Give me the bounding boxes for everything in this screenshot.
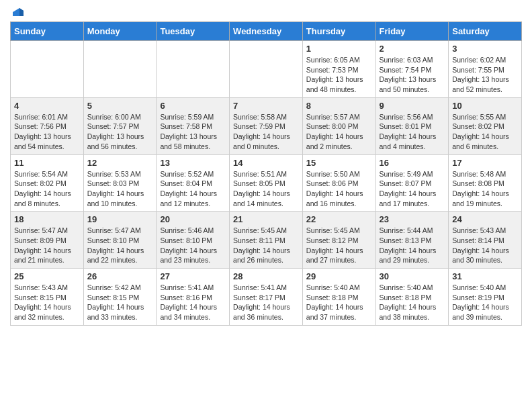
day-number: 7 [233, 101, 299, 111]
calendar-cell [11, 41, 84, 98]
calendar-cell: 23Sunrise: 5:44 AMSunset: 8:13 PMDayligh… [375, 212, 449, 269]
calendar-cell: 24Sunrise: 5:43 AMSunset: 8:14 PMDayligh… [449, 212, 522, 269]
day-number: 5 [87, 101, 153, 111]
calendar-week-1: 1Sunrise: 6:05 AMSunset: 7:53 PMDaylight… [11, 41, 522, 98]
day-number: 28 [233, 271, 299, 281]
day-info: Sunrise: 5:59 AMSunset: 7:58 PMDaylight:… [160, 112, 226, 152]
day-info: Sunrise: 5:43 AMSunset: 8:15 PMDaylight:… [14, 283, 80, 322]
day-info: Sunrise: 6:03 AMSunset: 7:54 PMDaylight:… [380, 55, 445, 95]
logo-icon [11, 7, 25, 17]
day-info: Sunrise: 5:44 AMSunset: 8:13 PMDaylight:… [380, 226, 445, 265]
col-header-friday: Friday [375, 22, 449, 41]
col-header-tuesday: Tuesday [157, 22, 230, 41]
day-number: 10 [452, 101, 518, 111]
calendar-cell: 19Sunrise: 5:47 AMSunset: 8:10 PMDayligh… [83, 212, 157, 269]
day-info: Sunrise: 5:41 AMSunset: 8:17 PMDaylight:… [233, 283, 299, 322]
day-number: 24 [452, 214, 518, 224]
calendar-cell: 7Sunrise: 5:58 AMSunset: 7:59 PMDaylight… [230, 97, 303, 154]
calendar-cell: 9Sunrise: 5:56 AMSunset: 8:01 PMDaylight… [375, 97, 449, 154]
day-info: Sunrise: 5:43 AMSunset: 8:14 PMDaylight:… [452, 226, 518, 265]
day-info: Sunrise: 5:40 AMSunset: 8:18 PMDaylight:… [380, 283, 445, 322]
day-info: Sunrise: 5:55 AMSunset: 8:02 PMDaylight:… [452, 112, 518, 152]
day-number: 15 [306, 158, 372, 168]
day-info: Sunrise: 5:45 AMSunset: 8:12 PMDaylight:… [306, 226, 372, 265]
calendar-cell: 26Sunrise: 5:42 AMSunset: 8:15 PMDayligh… [83, 269, 157, 326]
day-number: 30 [380, 271, 445, 281]
day-number: 18 [14, 214, 80, 224]
day-number: 1 [306, 44, 372, 54]
calendar-cell: 1Sunrise: 6:05 AMSunset: 7:53 PMDaylight… [302, 41, 375, 98]
day-number: 11 [14, 158, 80, 168]
day-info: Sunrise: 5:46 AMSunset: 8:10 PMDaylight:… [160, 226, 226, 265]
calendar-cell: 5Sunrise: 6:00 AMSunset: 7:57 PMDaylight… [83, 97, 157, 154]
day-number: 2 [380, 44, 445, 54]
calendar-cell: 21Sunrise: 5:45 AMSunset: 8:11 PMDayligh… [230, 212, 303, 269]
day-number: 19 [87, 214, 153, 224]
calendar-cell: 16Sunrise: 5:49 AMSunset: 8:07 PMDayligh… [375, 154, 449, 212]
day-number: 23 [380, 214, 445, 224]
day-number: 25 [14, 271, 80, 281]
calendar-cell [157, 41, 230, 98]
col-header-monday: Monday [83, 22, 157, 41]
day-info: Sunrise: 6:05 AMSunset: 7:53 PMDaylight:… [306, 55, 372, 95]
day-info: Sunrise: 5:49 AMSunset: 8:07 PMDaylight:… [380, 169, 445, 209]
col-header-wednesday: Wednesday [230, 22, 303, 41]
day-info: Sunrise: 5:53 AMSunset: 8:03 PMDaylight:… [87, 169, 153, 209]
day-info: Sunrise: 5:51 AMSunset: 8:05 PMDaylight:… [233, 169, 299, 209]
day-info: Sunrise: 5:47 AMSunset: 8:10 PMDaylight:… [87, 226, 153, 265]
day-number: 21 [233, 214, 299, 224]
day-number: 14 [233, 158, 299, 168]
day-number: 26 [87, 271, 153, 281]
col-header-sunday: Sunday [11, 22, 84, 41]
calendar-week-2: 4Sunrise: 6:01 AMSunset: 7:56 PMDaylight… [11, 97, 522, 154]
day-info: Sunrise: 5:50 AMSunset: 8:06 PMDaylight:… [306, 169, 372, 209]
svg-marker-1 [19, 8, 24, 16]
day-info: Sunrise: 5:58 AMSunset: 7:59 PMDaylight:… [233, 112, 299, 152]
calendar-cell: 30Sunrise: 5:40 AMSunset: 8:18 PMDayligh… [375, 269, 449, 326]
calendar-cell: 12Sunrise: 5:53 AMSunset: 8:03 PMDayligh… [83, 154, 157, 212]
day-info: Sunrise: 5:45 AMSunset: 8:11 PMDaylight:… [233, 226, 299, 265]
day-number: 27 [160, 271, 226, 281]
calendar-header-row: SundayMondayTuesdayWednesdayThursdayFrid… [11, 22, 522, 41]
day-info: Sunrise: 6:02 AMSunset: 7:55 PMDaylight:… [452, 55, 518, 95]
day-number: 3 [452, 44, 518, 54]
calendar-cell: 22Sunrise: 5:45 AMSunset: 8:12 PMDayligh… [302, 212, 375, 269]
calendar-cell: 6Sunrise: 5:59 AMSunset: 7:58 PMDaylight… [157, 97, 230, 154]
day-info: Sunrise: 5:54 AMSunset: 8:02 PMDaylight:… [14, 169, 80, 209]
calendar-cell: 31Sunrise: 5:40 AMSunset: 8:19 PMDayligh… [449, 269, 522, 326]
day-info: Sunrise: 5:48 AMSunset: 8:08 PMDaylight:… [452, 169, 518, 209]
page-header [10, 7, 522, 16]
calendar-cell: 17Sunrise: 5:48 AMSunset: 8:08 PMDayligh… [449, 154, 522, 212]
calendar-cell: 27Sunrise: 5:41 AMSunset: 8:16 PMDayligh… [157, 269, 230, 326]
day-number: 31 [452, 271, 518, 281]
day-number: 12 [87, 158, 153, 168]
calendar-cell: 3Sunrise: 6:02 AMSunset: 7:55 PMDaylight… [449, 41, 522, 98]
day-number: 22 [306, 214, 372, 224]
calendar-cell: 18Sunrise: 5:47 AMSunset: 8:09 PMDayligh… [11, 212, 84, 269]
col-header-thursday: Thursday [302, 22, 375, 41]
day-number: 4 [14, 101, 80, 111]
day-number: 9 [380, 101, 445, 111]
logo [10, 7, 25, 16]
day-number: 17 [452, 158, 518, 168]
day-info: Sunrise: 5:57 AMSunset: 8:00 PMDaylight:… [306, 112, 372, 152]
day-info: Sunrise: 5:56 AMSunset: 8:01 PMDaylight:… [380, 112, 445, 152]
calendar-table: SundayMondayTuesdayWednesdayThursdayFrid… [10, 21, 522, 326]
day-info: Sunrise: 5:41 AMSunset: 8:16 PMDaylight:… [160, 283, 226, 322]
day-number: 6 [160, 101, 226, 111]
calendar-cell: 28Sunrise: 5:41 AMSunset: 8:17 PMDayligh… [230, 269, 303, 326]
calendar-cell: 14Sunrise: 5:51 AMSunset: 8:05 PMDayligh… [230, 154, 303, 212]
day-info: Sunrise: 5:52 AMSunset: 8:04 PMDaylight:… [160, 169, 226, 209]
calendar-cell: 25Sunrise: 5:43 AMSunset: 8:15 PMDayligh… [11, 269, 84, 326]
calendar-week-4: 18Sunrise: 5:47 AMSunset: 8:09 PMDayligh… [11, 212, 522, 269]
calendar-cell: 13Sunrise: 5:52 AMSunset: 8:04 PMDayligh… [157, 154, 230, 212]
calendar-cell [230, 41, 303, 98]
day-info: Sunrise: 5:42 AMSunset: 8:15 PMDaylight:… [87, 283, 153, 322]
calendar-cell [83, 41, 157, 98]
calendar-cell: 8Sunrise: 5:57 AMSunset: 8:00 PMDaylight… [302, 97, 375, 154]
calendar-cell: 29Sunrise: 5:40 AMSunset: 8:18 PMDayligh… [302, 269, 375, 326]
calendar-cell: 4Sunrise: 6:01 AMSunset: 7:56 PMDaylight… [11, 97, 84, 154]
day-number: 8 [306, 101, 372, 111]
calendar-cell: 11Sunrise: 5:54 AMSunset: 8:02 PMDayligh… [11, 154, 84, 212]
day-info: Sunrise: 5:47 AMSunset: 8:09 PMDaylight:… [14, 226, 80, 265]
